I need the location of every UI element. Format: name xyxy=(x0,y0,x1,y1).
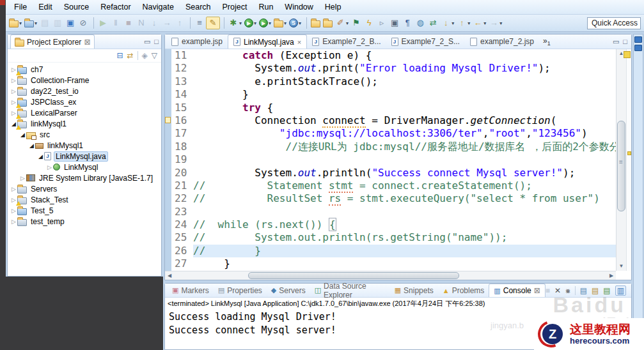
code-line-26[interactable]: 26// } xyxy=(165,245,616,257)
editor-tab-linkmysql-java[interactable]: JLinkMysql.java× xyxy=(228,34,307,49)
web-browser-icon[interactable]: ◍ xyxy=(414,17,427,29)
tree-item-linkmysql1[interactable]: ◢linkMysql1 xyxy=(8,140,161,151)
bottom-tab-properties[interactable]: ▤Properties xyxy=(214,284,267,297)
code-editor[interactable]: 11 catch (Exception e) {12 System.out.pr… xyxy=(165,49,616,271)
code-line-16[interactable]: 16 Connection connect = DriverManager.ge… xyxy=(165,114,616,127)
bottom-tab-servers[interactable]: ◆Servers xyxy=(267,284,310,297)
run-external-icon[interactable]: ▶▾ xyxy=(258,17,272,29)
expand-arrow-icon[interactable]: ▷ xyxy=(19,175,26,181)
forward-icon[interactable]: →▾ xyxy=(487,17,503,29)
code-line-27[interactable]: 27 } xyxy=(165,257,616,270)
code-line-22[interactable]: 22// ResultSet rs = stmt.executeQuery("s… xyxy=(165,192,616,205)
back-icon[interactable]: ←▾ xyxy=(471,17,487,29)
bottom-tab-data-source-explorer[interactable]: ◫Data Source Explorer xyxy=(310,284,390,297)
overview-annotation-icon[interactable] xyxy=(624,51,631,58)
restore-view-icon[interactable] xyxy=(634,45,642,51)
minimize-view-icon[interactable]: ▭ xyxy=(144,38,150,46)
tree-item-test-temp[interactable]: ▷test_temp xyxy=(8,216,161,227)
run-icon[interactable]: ▶▾ xyxy=(243,17,258,29)
editor-tab-example7-2-s-[interactable]: JExample7_2_S... xyxy=(386,34,465,49)
tree-item-collection-frame[interactable]: ▷Collection-Frame xyxy=(8,75,161,86)
skip-breakpoints-icon[interactable]: ⊘ xyxy=(77,17,90,29)
remove-launch-icon[interactable]: ✕ xyxy=(554,286,561,295)
show-annotations-icon[interactable]: ≡ xyxy=(193,17,206,29)
restore-view-icon[interactable] xyxy=(634,36,642,43)
tree-item-jspclass-ex[interactable]: ▷JSPClass_ex xyxy=(8,96,161,107)
overview-ruler[interactable] xyxy=(626,49,631,271)
menu-help[interactable]: Help xyxy=(319,1,347,13)
pause-icon[interactable]: ‖ xyxy=(109,17,122,29)
menu-refactor[interactable]: Refactor xyxy=(95,1,136,13)
open-console-dropdown-icon[interactable]: ▥ xyxy=(615,285,626,296)
menu-edit[interactable]: Edit xyxy=(33,1,58,13)
tree-item-linkmysql-java[interactable]: ◢JLinkMysql.java xyxy=(8,151,161,162)
lightning-icon[interactable]: ϟ xyxy=(363,17,375,29)
code-line-23[interactable]: 23 xyxy=(165,206,616,218)
editor-tab-example-jsp[interactable]: example.jsp xyxy=(166,34,228,49)
code-line-14[interactable]: 14 } xyxy=(165,88,616,101)
menu-search[interactable]: Search xyxy=(180,1,217,13)
new-wizard-icon[interactable]: ▾ xyxy=(8,17,23,29)
terminate-console-icon[interactable]: ■ xyxy=(546,286,550,295)
tab-overflow-chevron[interactable]: »1 xyxy=(539,36,554,47)
code-line-24[interactable]: 24// while (rs.next()) { xyxy=(165,218,616,231)
code-line-25[interactable]: 25// System.out.println(rs.getString("na… xyxy=(165,231,616,244)
vertical-scrollbar[interactable]: ▲ ▼ xyxy=(616,49,626,271)
editor-tab-example7-2-b-[interactable]: JExample7_2_B... xyxy=(307,34,386,49)
save-icon[interactable]: ▤ xyxy=(38,17,51,29)
tree-item-test-5[interactable]: ▷Test_5 xyxy=(8,205,161,216)
menu-source[interactable]: Source xyxy=(58,1,95,13)
show-whitespace-icon[interactable]: ¶ xyxy=(401,17,414,29)
tab-close-icon[interactable]: ⊠ xyxy=(534,286,540,295)
expand-arrow-icon[interactable]: ▷ xyxy=(10,186,17,192)
tab-close-icon[interactable]: × xyxy=(297,38,301,46)
horizontal-scroll-thumb[interactable] xyxy=(248,272,459,279)
open-console-icon[interactable]: ▣ xyxy=(64,17,77,29)
code-line-21[interactable]: 21// Statement stmt = connect.createStat… xyxy=(165,179,616,192)
terminate-icon[interactable]: ■ xyxy=(122,17,135,29)
maximize-view-icon[interactable]: □ xyxy=(154,38,159,46)
open-project-icon[interactable] xyxy=(322,17,334,29)
focus-icon[interactable]: ◈ xyxy=(142,51,148,60)
scroll-right-icon[interactable]: ▶ xyxy=(607,271,616,280)
tree-item-stack-test[interactable]: ▷Stack_Test xyxy=(8,194,161,205)
code-line-13[interactable]: 13 e.printStackTrace(); xyxy=(165,75,616,88)
step-return-icon[interactable]: ↑ xyxy=(173,17,186,29)
project-explorer-close-icon[interactable]: ⊠ xyxy=(84,38,90,47)
step-into-icon[interactable]: ↓ xyxy=(148,17,161,29)
tree-item-src[interactable]: ◢src xyxy=(8,129,161,140)
open-file-icon[interactable] xyxy=(310,17,322,29)
plugin-search-icon[interactable]: ⚑ xyxy=(350,17,363,29)
import-up-icon[interactable]: ↑▾ xyxy=(455,17,471,29)
expand-arrow-icon[interactable]: ▷ xyxy=(10,88,17,95)
collapse-arrow-icon[interactable]: ◢ xyxy=(37,153,44,160)
tree-item-linkmysql[interactable]: ▷LinkMysql xyxy=(8,162,161,172)
maximize-editor-icon[interactable]: □ xyxy=(623,38,627,46)
send-icon[interactable]: ▹ xyxy=(375,17,388,29)
new-java-project-icon[interactable]: ▾ xyxy=(23,17,38,29)
expand-arrow-icon[interactable]: ▷ xyxy=(46,164,53,171)
menu-navigate[interactable]: Navigate xyxy=(137,1,180,13)
code-line-20[interactable]: 20 System.out.println("Success connect M… xyxy=(165,167,616,179)
scroll-left-icon[interactable]: ◀ xyxy=(165,271,174,280)
collapse-arrow-icon[interactable]: ◢ xyxy=(19,132,26,138)
bottom-tab-snippets[interactable]: ▦Snippets xyxy=(390,284,438,297)
debug-icon[interactable]: ✱▾ xyxy=(227,17,243,29)
code-line-11[interactable]: 11 catch (Exception e) { xyxy=(165,49,616,62)
code-line-18[interactable]: 18 //连接URL为 jdbc:mysql//服务器地址/数据库名 ，后面的2… xyxy=(165,141,616,153)
save-all-icon[interactable]: ▥ xyxy=(51,17,64,29)
tree-item-servers[interactable]: ▷Servers xyxy=(8,183,161,194)
horizontal-scrollbar[interactable]: ◀ ▶ xyxy=(165,271,616,280)
link-with-editor-icon[interactable]: ⇄ xyxy=(127,51,133,60)
overview-marker[interactable] xyxy=(627,151,631,155)
menu-window[interactable]: Window xyxy=(279,1,318,13)
format-brush-icon[interactable]: ✐▾ xyxy=(334,17,350,29)
tree-item-jre-system-library-javase-1-7-[interactable]: ▷JRE System Library [JavaSE-1.7] xyxy=(8,172,161,183)
tree-item-lexicalparser[interactable]: ▷LexicalParser xyxy=(8,107,161,118)
mark-occurrences-icon[interactable]: ✎ xyxy=(206,17,220,29)
scroll-lock-icon[interactable]: ▤ xyxy=(592,286,599,295)
new-server-icon[interactable]: S▾ xyxy=(288,17,302,29)
bottom-tab-markers[interactable]: ▣Markers xyxy=(168,284,214,297)
project-explorer-tab[interactable]: Project Explorer ⊠ xyxy=(10,34,95,49)
collapse-all-icon[interactable]: ⊟ xyxy=(116,51,123,60)
